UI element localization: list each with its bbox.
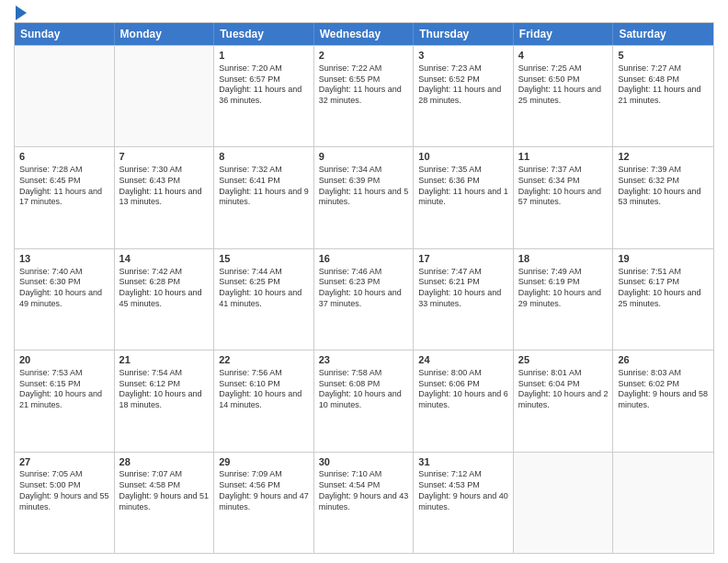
day-number: 10: [418, 150, 508, 164]
page: SundayMondayTuesdayWednesdayThursdayFrid…: [0, 0, 728, 563]
cell-text: Sunrise: 7:25 AM Sunset: 6:50 PM Dayligh…: [518, 63, 609, 107]
cell-text: Sunrise: 7:23 AM Sunset: 6:52 PM Dayligh…: [418, 63, 508, 107]
cell-text: Sunrise: 7:46 AM Sunset: 6:23 PM Dayligh…: [319, 267, 409, 310]
day-number: 5: [618, 49, 709, 63]
calendar-body: 1Sunrise: 7:20 AM Sunset: 6:57 PM Daylig…: [15, 45, 713, 553]
logo: [14, 9, 27, 17]
calendar-week-3: 13Sunrise: 7:40 AM Sunset: 6:30 PM Dayli…: [15, 248, 713, 350]
cell-text: Sunrise: 7:27 AM Sunset: 6:48 PM Dayligh…: [618, 63, 709, 107]
day-number: 27: [19, 455, 109, 469]
day-number: 24: [418, 353, 508, 367]
cell-text: Sunrise: 7:07 AM Sunset: 4:58 PM Dayligh…: [119, 469, 210, 512]
calendar-week-2: 6Sunrise: 7:28 AM Sunset: 6:45 PM Daylig…: [15, 146, 713, 247]
cell-text: Sunrise: 7:32 AM Sunset: 6:41 PM Dayligh…: [219, 165, 309, 208]
calendar-cell: 12Sunrise: 7:39 AM Sunset: 6:32 PM Dayli…: [613, 147, 713, 247]
calendar-cell: 26Sunrise: 8:03 AM Sunset: 6:02 PM Dayli…: [613, 350, 713, 451]
cell-text: Sunrise: 8:01 AM Sunset: 6:04 PM Dayligh…: [518, 368, 609, 411]
day-number: 16: [319, 252, 409, 266]
calendar-cell: 21Sunrise: 7:54 AM Sunset: 6:12 PM Dayli…: [115, 350, 215, 451]
cell-text: Sunrise: 7:58 AM Sunset: 6:08 PM Dayligh…: [319, 368, 409, 411]
calendar-cell: 29Sunrise: 7:09 AM Sunset: 4:56 PM Dayli…: [214, 453, 314, 553]
calendar-cell: 10Sunrise: 7:35 AM Sunset: 6:36 PM Dayli…: [414, 147, 514, 247]
day-number: 6: [19, 150, 109, 164]
day-number: 22: [219, 353, 309, 367]
day-number: 8: [219, 150, 309, 164]
calendar-cell: 22Sunrise: 7:56 AM Sunset: 6:10 PM Dayli…: [214, 350, 314, 451]
cell-text: Sunrise: 7:39 AM Sunset: 6:32 PM Dayligh…: [618, 165, 709, 208]
cell-text: Sunrise: 7:54 AM Sunset: 6:12 PM Dayligh…: [119, 368, 210, 411]
calendar-cell: 23Sunrise: 7:58 AM Sunset: 6:08 PM Dayli…: [314, 350, 415, 451]
day-number: 17: [418, 252, 508, 266]
calendar-cell: 11Sunrise: 7:37 AM Sunset: 6:34 PM Dayli…: [514, 147, 614, 247]
cell-text: Sunrise: 7:10 AM Sunset: 4:54 PM Dayligh…: [319, 469, 409, 512]
cell-text: Sunrise: 8:00 AM Sunset: 6:06 PM Dayligh…: [418, 368, 508, 411]
header-day-thursday: Thursday: [414, 23, 514, 45]
day-number: 7: [119, 150, 210, 164]
day-number: 18: [518, 252, 609, 266]
day-number: 29: [219, 455, 309, 469]
cell-text: Sunrise: 7:40 AM Sunset: 6:30 PM Dayligh…: [19, 267, 109, 310]
calendar: SundayMondayTuesdayWednesdayThursdayFrid…: [14, 22, 714, 554]
cell-text: Sunrise: 7:09 AM Sunset: 4:56 PM Dayligh…: [219, 469, 309, 512]
logo-wrapper: [14, 9, 27, 20]
calendar-cell: 4Sunrise: 7:25 AM Sunset: 6:50 PM Daylig…: [514, 46, 614, 146]
day-number: 3: [418, 49, 508, 63]
calendar-cell: [514, 453, 614, 553]
day-number: 19: [618, 252, 709, 266]
calendar-cell: 8Sunrise: 7:32 AM Sunset: 6:41 PM Daylig…: [214, 147, 314, 247]
day-number: 12: [618, 150, 709, 164]
calendar-cell: 9Sunrise: 7:34 AM Sunset: 6:39 PM Daylig…: [314, 147, 415, 247]
cell-text: Sunrise: 7:35 AM Sunset: 6:36 PM Dayligh…: [418, 165, 508, 208]
day-number: 15: [219, 252, 309, 266]
header-day-tuesday: Tuesday: [214, 23, 314, 45]
calendar-cell: 2Sunrise: 7:22 AM Sunset: 6:55 PM Daylig…: [314, 46, 415, 146]
cell-text: Sunrise: 7:34 AM Sunset: 6:39 PM Dayligh…: [319, 165, 409, 208]
cell-text: Sunrise: 7:51 AM Sunset: 6:17 PM Dayligh…: [618, 267, 709, 310]
cell-text: Sunrise: 7:28 AM Sunset: 6:45 PM Dayligh…: [19, 165, 109, 208]
day-number: 2: [319, 49, 409, 63]
logo-arrow-icon: [16, 6, 27, 20]
calendar-header: SundayMondayTuesdayWednesdayThursdayFrid…: [15, 23, 713, 45]
calendar-cell: 7Sunrise: 7:30 AM Sunset: 6:43 PM Daylig…: [115, 147, 215, 247]
calendar-cell: 3Sunrise: 7:23 AM Sunset: 6:52 PM Daylig…: [414, 46, 514, 146]
cell-text: Sunrise: 7:53 AM Sunset: 6:15 PM Dayligh…: [19, 368, 109, 411]
calendar-week-5: 27Sunrise: 7:05 AM Sunset: 5:00 PM Dayli…: [15, 452, 713, 553]
day-number: 30: [319, 455, 409, 469]
calendar-cell: 5Sunrise: 7:27 AM Sunset: 6:48 PM Daylig…: [613, 46, 713, 146]
cell-text: Sunrise: 7:05 AM Sunset: 5:00 PM Dayligh…: [19, 469, 109, 512]
calendar-cell: 27Sunrise: 7:05 AM Sunset: 5:00 PM Dayli…: [15, 453, 115, 553]
day-number: 14: [119, 252, 210, 266]
calendar-cell: [613, 453, 713, 553]
calendar-cell: [15, 46, 115, 146]
calendar-cell: 15Sunrise: 7:44 AM Sunset: 6:25 PM Dayli…: [214, 249, 314, 350]
calendar-week-1: 1Sunrise: 7:20 AM Sunset: 6:57 PM Daylig…: [15, 45, 713, 146]
day-number: 21: [119, 353, 210, 367]
calendar-cell: 19Sunrise: 7:51 AM Sunset: 6:17 PM Dayli…: [613, 249, 713, 350]
calendar-cell: 28Sunrise: 7:07 AM Sunset: 4:58 PM Dayli…: [115, 453, 215, 553]
calendar-week-4: 20Sunrise: 7:53 AM Sunset: 6:15 PM Dayli…: [15, 350, 713, 451]
calendar-cell: 14Sunrise: 7:42 AM Sunset: 6:28 PM Dayli…: [115, 249, 215, 350]
cell-text: Sunrise: 7:37 AM Sunset: 6:34 PM Dayligh…: [518, 165, 609, 208]
day-number: 23: [319, 353, 409, 367]
cell-text: Sunrise: 7:12 AM Sunset: 4:53 PM Dayligh…: [418, 469, 508, 512]
header-day-friday: Friday: [514, 23, 614, 45]
calendar-cell: 24Sunrise: 8:00 AM Sunset: 6:06 PM Dayli…: [414, 350, 514, 451]
calendar-cell: 17Sunrise: 7:47 AM Sunset: 6:21 PM Dayli…: [414, 249, 514, 350]
cell-text: Sunrise: 7:22 AM Sunset: 6:55 PM Dayligh…: [319, 63, 409, 107]
cell-text: Sunrise: 7:20 AM Sunset: 6:57 PM Dayligh…: [219, 63, 309, 107]
calendar-cell: 16Sunrise: 7:46 AM Sunset: 6:23 PM Dayli…: [314, 249, 415, 350]
day-number: 25: [518, 353, 609, 367]
day-number: 11: [518, 150, 609, 164]
calendar-cell: 1Sunrise: 7:20 AM Sunset: 6:57 PM Daylig…: [214, 46, 314, 146]
cell-text: Sunrise: 7:44 AM Sunset: 6:25 PM Dayligh…: [219, 267, 309, 310]
day-number: 28: [119, 455, 210, 469]
cell-text: Sunrise: 7:30 AM Sunset: 6:43 PM Dayligh…: [119, 165, 210, 208]
calendar-cell: 25Sunrise: 8:01 AM Sunset: 6:04 PM Dayli…: [514, 350, 614, 451]
day-number: 31: [418, 455, 508, 469]
cell-text: Sunrise: 7:49 AM Sunset: 6:19 PM Dayligh…: [518, 267, 609, 310]
header-day-sunday: Sunday: [15, 23, 115, 45]
day-number: 4: [518, 49, 609, 63]
calendar-cell: 20Sunrise: 7:53 AM Sunset: 6:15 PM Dayli…: [15, 350, 115, 451]
cell-text: Sunrise: 7:47 AM Sunset: 6:21 PM Dayligh…: [418, 267, 508, 310]
day-number: 9: [319, 150, 409, 164]
